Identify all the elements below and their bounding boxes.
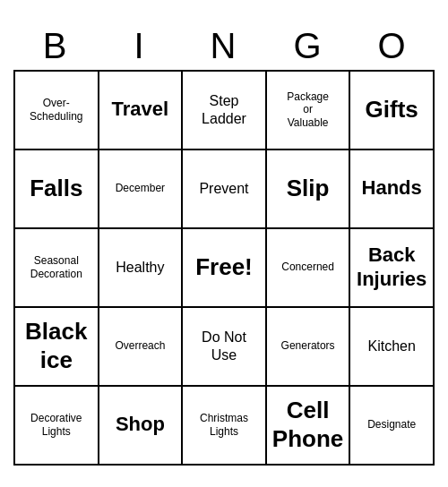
bingo-cell: Generators: [267, 308, 351, 387]
bingo-cell: Designate: [350, 387, 435, 466]
cell-text: Package or Valuable: [287, 90, 329, 129]
cell-text: Prevent: [199, 180, 248, 197]
cell-text: Black ice: [25, 318, 87, 373]
bingo-cell: Kitchen: [350, 308, 435, 387]
cell-text: Travel: [112, 98, 169, 121]
header-letter: I: [98, 22, 182, 70]
bingo-cell: Travel: [99, 72, 184, 150]
cell-text: Back Injuries: [357, 244, 426, 291]
header-letter: O: [350, 22, 435, 70]
cell-text: Falls: [30, 175, 82, 202]
cell-text: Overreach: [115, 339, 165, 352]
bingo-cell: Slip: [267, 150, 351, 229]
bingo-cell: Step Ladder: [183, 72, 267, 150]
bingo-cell: Seasonal Decoration: [15, 229, 99, 308]
bingo-card: BINGO Over- SchedulingTravelStep LadderP…: [13, 22, 435, 466]
cell-text: Concerned: [281, 261, 334, 273]
bingo-cell: Do Not Use: [183, 308, 267, 387]
bingo-cell: Overreach: [99, 308, 184, 387]
cell-text: Free!: [195, 253, 253, 281]
header-letter: B: [13, 22, 98, 70]
cell-text: Step Ladder: [202, 92, 246, 126]
bingo-cell: Healthy: [99, 229, 184, 308]
cell-text: Designate: [367, 418, 416, 431]
bingo-cell: Shop: [99, 387, 184, 466]
bingo-cell: Back Injuries: [350, 229, 435, 308]
cell-text: Do Not Use: [202, 329, 246, 363]
bingo-cell: Gifts: [350, 72, 435, 150]
cell-text: Kitchen: [368, 337, 416, 355]
cell-text: Healthy: [116, 259, 164, 276]
bingo-cell: Black ice: [15, 308, 99, 387]
bingo-cell: Concerned: [267, 229, 351, 308]
cell-text: Generators: [281, 339, 335, 352]
header-letter: G: [266, 22, 350, 70]
cell-text: Shop: [116, 413, 165, 436]
bingo-cell: Free!: [183, 229, 267, 308]
bingo-cell: Falls: [15, 150, 99, 229]
cell-text: December: [116, 182, 165, 194]
bingo-cell: Hands: [350, 150, 435, 229]
bingo-cell: Package or Valuable: [267, 72, 351, 150]
cell-text: Slip: [287, 175, 330, 202]
bingo-cell: Prevent: [183, 150, 267, 229]
bingo-header: BINGO: [13, 22, 435, 70]
cell-text: Cell Phone: [272, 397, 343, 452]
cell-text: Seasonal Decoration: [30, 254, 82, 280]
cell-text: Over- Scheduling: [30, 97, 82, 123]
bingo-grid: Over- SchedulingTravelStep LadderPackage…: [13, 70, 435, 466]
bingo-cell: Cell Phone: [267, 387, 351, 466]
bingo-cell: Christmas Lights: [183, 387, 267, 466]
bingo-cell: Decorative Lights: [15, 387, 99, 466]
header-letter: N: [182, 22, 266, 70]
bingo-cell: Over- Scheduling: [15, 72, 99, 150]
cell-text: Christmas Lights: [200, 412, 248, 438]
cell-text: Gifts: [366, 96, 418, 124]
cell-text: Hands: [362, 176, 422, 200]
bingo-cell: December: [99, 150, 184, 229]
cell-text: Decorative Lights: [30, 412, 82, 438]
